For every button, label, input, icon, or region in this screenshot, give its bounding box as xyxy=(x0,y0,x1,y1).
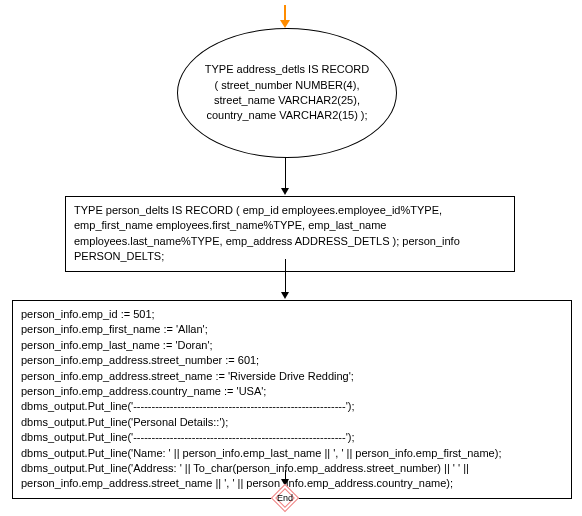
assignment-line: person_info.emp_id := 501; xyxy=(21,307,563,322)
assignment-line: person_info.emp_address.street_number :=… xyxy=(21,353,563,368)
assignment-line: person_info.emp_address.country_name := … xyxy=(21,384,563,399)
end-label: End xyxy=(277,493,293,503)
assignment-line: person_info.emp_first_name := 'Allan'; xyxy=(21,322,563,337)
rect-node-person-type: TYPE person_delts IS RECORD ( emp_id emp… xyxy=(65,196,515,272)
assignment-line: dbms_output.Put_line('Personal Details::… xyxy=(21,415,563,430)
record-def-text: TYPE person_delts IS RECORD ( emp_id emp… xyxy=(74,204,460,262)
assignment-line: person_info.emp_last_name := 'Doran'; xyxy=(21,338,563,353)
arrow-line xyxy=(285,259,286,292)
ellipse-node-address-type: TYPE address_detls IS RECORD ( street_nu… xyxy=(177,28,397,158)
arrow-head xyxy=(281,292,289,299)
assignment-line: dbms_output.Put_line('------------------… xyxy=(21,399,563,414)
rect-node-assignments: person_info.emp_id := 501; person_info.e… xyxy=(12,300,572,499)
arrow-head xyxy=(281,188,289,195)
start-arrow xyxy=(284,5,286,27)
connector-arrow xyxy=(284,259,286,299)
assignment-line: person_info.emp_address.street_name := '… xyxy=(21,369,563,384)
assignment-line: dbms_output.Put_line('------------------… xyxy=(21,430,563,445)
assignment-line: dbms_output.Put_line('Name: ' || person_… xyxy=(21,446,563,461)
arrow-head xyxy=(280,20,290,28)
arrow-line xyxy=(284,5,286,20)
arrow-line xyxy=(285,158,286,188)
end-node: End xyxy=(270,486,300,510)
arrow-line xyxy=(285,470,286,479)
connector-arrow xyxy=(284,158,286,195)
ellipse-text: TYPE address_detls IS RECORD ( street_nu… xyxy=(203,62,371,124)
